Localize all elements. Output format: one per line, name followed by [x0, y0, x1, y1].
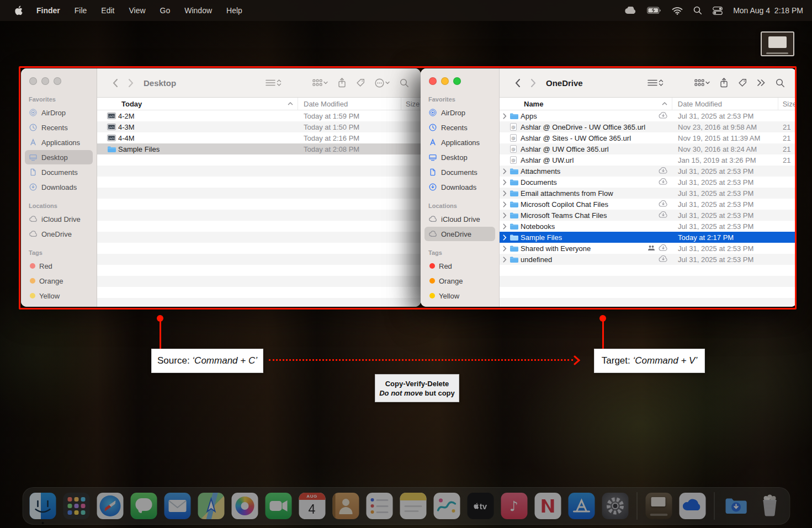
disclosure-chevron-icon[interactable] [500, 234, 510, 241]
file-row-email-attachments-from-flow[interactable]: Email attachments from FlowJul 31, 2025 … [500, 188, 797, 199]
screenshot-preview-thumbnail[interactable] [761, 31, 794, 56]
file-row-apps[interactable]: AppsJul 31, 2025 at 2:53 PM [500, 110, 797, 121]
file-row-4-2m[interactable]: 4-2MToday at 1:59 PM [97, 110, 421, 121]
dock-item-facetime[interactable] [265, 493, 291, 519]
sidebar-item-recents[interactable]: Recents [25, 120, 93, 135]
sidebar-tag-yellow[interactable]: Yellow [25, 289, 93, 303]
sidebar-tag-orange[interactable]: Orange [424, 274, 495, 288]
disclosure-chevron-icon[interactable] [500, 257, 510, 263]
sidebar-tag-red[interactable]: Red [424, 259, 495, 273]
menu-item-window[interactable]: Window [177, 6, 219, 15]
column-header-name[interactable]: Today [97, 98, 298, 110]
group-by-button[interactable] [689, 79, 715, 87]
forward-button[interactable] [123, 78, 139, 88]
sidebar-item-downloads[interactable]: Downloads [424, 180, 495, 194]
disclosure-chevron-icon[interactable] [500, 201, 510, 207]
sidebar-item-applications[interactable]: Applications [25, 135, 93, 150]
battery-icon[interactable] [647, 7, 661, 14]
close-button[interactable] [429, 77, 437, 85]
sidebar-item-desktop[interactable]: Desktop [25, 150, 93, 164]
dock-item-photos[interactable] [231, 493, 258, 519]
search-button[interactable] [395, 78, 414, 88]
disclosure-chevron-icon[interactable] [500, 190, 510, 196]
menu-item-help[interactable]: Help [219, 6, 250, 15]
file-row-ashlar-onedrive-uw-office-365-url[interactable]: @Ashlar @ OneDrive - UW Office 365.urlNo… [500, 121, 797, 132]
menu-clock[interactable]: Mon Aug 4 2:18 PM [733, 6, 803, 15]
column-header-date-modified[interactable]: Date Modified [298, 98, 401, 110]
sidebar-tag-yellow[interactable]: Yellow [424, 289, 495, 303]
file-row-attachments[interactable]: AttachmentsJul 31, 2025 at 2:53 PM [500, 166, 797, 177]
back-button[interactable] [510, 78, 526, 88]
dock-item-reminders[interactable] [366, 493, 392, 519]
dock-item-downloads[interactable] [723, 493, 749, 519]
close-button[interactable] [29, 77, 37, 85]
sidebar-item-documents[interactable]: Documents [424, 165, 495, 179]
menu-item-edit[interactable]: Edit [94, 6, 121, 15]
file-row-shared-with-everyone[interactable]: Shared with EveryoneJul 31, 2025 at 2:53… [500, 243, 797, 254]
dock-item-mail[interactable] [164, 493, 190, 519]
dock-item-trash[interactable] [756, 493, 783, 519]
dock-item-finder[interactable] [29, 493, 56, 519]
file-row-4-3m[interactable]: 4-3MToday at 1:50 PM [97, 121, 421, 132]
group-by-button[interactable] [307, 79, 333, 87]
share-button[interactable] [333, 78, 351, 88]
dock-item-messages[interactable] [130, 493, 157, 519]
menu-item-file[interactable]: File [67, 6, 94, 15]
view-as-list-button[interactable] [643, 79, 668, 87]
sidebar-item-onedrive[interactable]: OneDrive [424, 227, 495, 241]
zoom-button[interactable] [54, 77, 61, 85]
sidebar-item-icloud-drive[interactable]: iCloud Drive [424, 212, 495, 226]
dock-item-minimized-window[interactable] [645, 493, 672, 519]
dock-item-music[interactable]: ♪ [501, 493, 527, 519]
dock-item-onedrive[interactable] [679, 493, 705, 519]
apple-menu-icon[interactable] [8, 6, 29, 15]
tag-button[interactable] [351, 78, 370, 87]
menu-item-finder[interactable]: Finder [29, 6, 67, 15]
search-button[interactable] [771, 78, 790, 88]
onedrive-cloud-icon[interactable] [624, 7, 636, 14]
sidebar-item-downloads[interactable]: Downloads [25, 180, 93, 194]
column-header-name[interactable]: Name [500, 98, 672, 110]
sidebar-item-documents[interactable]: Documents [25, 165, 93, 179]
file-row-notebooks[interactable]: NotebooksJul 31, 2025 at 2:53 PM [500, 221, 797, 232]
wifi-icon[interactable] [672, 7, 683, 15]
column-header-date-modified[interactable]: Date Modified [672, 98, 778, 110]
sidebar-item-applications[interactable]: Applications [424, 135, 495, 150]
minimize-button[interactable] [41, 77, 49, 85]
dock-item-safari[interactable] [97, 493, 123, 519]
toolbar-overflow-button[interactable] [752, 79, 771, 87]
file-row-documents[interactable]: DocumentsJul 31, 2025 at 2:53 PM [500, 177, 797, 188]
dock-item-contacts[interactable] [332, 493, 359, 519]
more-actions-button[interactable] [370, 78, 395, 88]
sidebar-item-onedrive[interactable]: OneDrive [25, 227, 93, 241]
dock-item-tv[interactable]: tv [467, 493, 493, 519]
dock-item-freeform[interactable] [433, 493, 460, 519]
sidebar-item-airdrop[interactable]: AirDrop [424, 105, 495, 120]
dock-item-launchpad[interactable] [63, 493, 89, 519]
file-row-microsoft-copilot-chat-files[interactable]: Microsoft Copilot Chat FilesJul 31, 2025… [500, 199, 797, 210]
file-row-ashlar-sites-uw-office-365-url[interactable]: @Ashlar @ Sites - UW Office 365.urlNov 1… [500, 132, 797, 143]
menu-item-go[interactable]: Go [153, 6, 178, 15]
file-row-sample-files[interactable]: Sample FilesToday at 2:17 PM [500, 232, 797, 243]
zoom-button[interactable] [453, 77, 461, 85]
file-row-undefined[interactable]: undefinedJul 31, 2025 at 2:53 PM [500, 254, 797, 265]
dock-item-app-store[interactable] [568, 493, 595, 519]
disclosure-chevron-icon[interactable] [500, 168, 510, 174]
sidebar-item-icloud-drive[interactable]: iCloud Drive [25, 212, 93, 226]
menu-item-view[interactable]: View [121, 6, 152, 15]
file-row-4-4m[interactable]: 4-4MToday at 2:16 PM [97, 132, 421, 143]
file-row-microsoft-teams-chat-files[interactable]: Microsoft Teams Chat FilesJul 31, 2025 a… [500, 210, 797, 221]
disclosure-chevron-icon[interactable] [500, 179, 510, 185]
tag-button[interactable] [733, 78, 752, 87]
disclosure-chevron-icon[interactable] [500, 212, 510, 218]
dock-item-notes[interactable] [400, 493, 426, 519]
forward-button[interactable] [526, 78, 542, 88]
disclosure-chevron-icon[interactable] [500, 246, 510, 252]
dock-item-news[interactable] [534, 493, 561, 519]
sidebar-item-recents[interactable]: Recents [424, 120, 495, 135]
dock-item-calendar[interactable]: AUG4 [299, 493, 325, 519]
column-header-size[interactable]: Size [401, 98, 420, 110]
disclosure-chevron-icon[interactable] [500, 223, 510, 230]
back-button[interactable] [107, 78, 123, 88]
sidebar-item-airdrop[interactable]: AirDrop [25, 105, 93, 120]
